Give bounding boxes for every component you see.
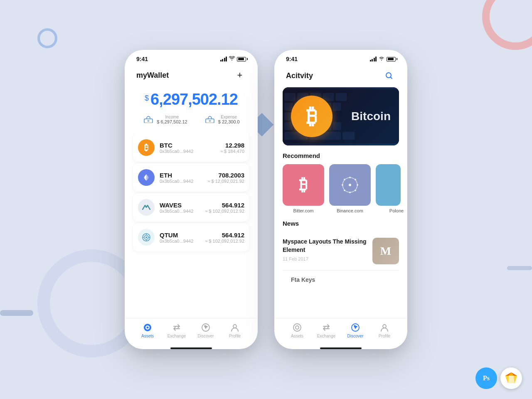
activity-battery-icon	[387, 57, 396, 62]
exchange-label: Exchange	[167, 334, 186, 338]
bg-rect-2	[507, 266, 532, 270]
sketch-icon	[500, 367, 522, 389]
wallet-status-icons	[220, 56, 246, 62]
waves-usd: ≈ $ 102,092,012.92	[205, 209, 244, 214]
nav-exchange-activity[interactable]: Exchange	[316, 323, 337, 338]
bitcoin-label: Bitcoin	[351, 110, 391, 123]
exchange-icon-activity	[321, 323, 331, 332]
wallet-title: myWallet	[136, 71, 169, 80]
expense-item: Expense $ 22,300.0	[204, 113, 240, 125]
home-indicator	[170, 347, 212, 349]
svg-point-67	[349, 184, 351, 186]
crypto-item-qtum[interactable]: QTUM 0x3b5ca0...9442 564.912 ≈ $ 102,092…	[133, 223, 249, 251]
news-item-1[interactable]: Myspace Layouts The Missing Element 11 F…	[283, 232, 399, 271]
recommend-card-binance[interactable]: Binance.com	[329, 164, 371, 213]
btc-name: BTC	[160, 142, 215, 149]
profile-label: Profile	[229, 334, 241, 338]
profile-label-activity: Profile	[379, 334, 390, 338]
activity-time: 9:41	[286, 56, 298, 62]
bg-circle-blue	[37, 28, 57, 48]
eth-usd: ≈ $ 12,092,021.92	[207, 179, 244, 184]
btc-addr: 0x3b5ca0...9442	[160, 149, 215, 154]
assets-label: Assets	[141, 334, 154, 338]
activity-status-icons	[370, 56, 396, 62]
profile-icon	[230, 323, 240, 332]
svg-line-19	[391, 77, 392, 79]
income-expense: Income $ 6,297,502.12	[136, 113, 246, 125]
waves-icon	[138, 199, 155, 216]
recommend-scroll: ₿ Bitter.com	[274, 164, 407, 220]
income-icon	[143, 113, 154, 125]
crypto-item-waves[interactable]: WAVES 0x3b5ca0...9442 564.912 ≈ $ 102,09…	[133, 193, 249, 222]
wallet-content: myWallet + $ 6,297,502.12	[125, 66, 258, 349]
profile-icon-activity	[379, 323, 389, 332]
add-button[interactable]: +	[234, 69, 246, 81]
qtum-addr: 0x3b5ca0...9442	[160, 239, 200, 244]
nav-exchange[interactable]: Exchange	[166, 323, 187, 338]
recommend-card-bitter[interactable]: ₿ Bitter.com	[283, 164, 324, 213]
binance-card-image	[329, 164, 371, 206]
waves-addr: 0x3b5ca0...9442	[160, 209, 200, 214]
nav-assets[interactable]: Assets	[137, 323, 158, 338]
news-title: News	[274, 220, 407, 232]
poloniex-label: Polone	[376, 208, 407, 213]
svg-rect-45	[343, 132, 355, 140]
activity-scroll: ₿ Bitcoin Recommend ₿ Bitter.com	[274, 87, 407, 318]
eth-icon	[138, 169, 155, 186]
activity-wifi-icon	[379, 56, 384, 62]
partial-title: Fta Keys	[291, 276, 315, 283]
waves-name: WAVES	[160, 202, 200, 209]
svg-point-17	[233, 325, 236, 328]
wallet-time: 9:41	[136, 56, 148, 62]
income-item: Income $ 6,297,502.12	[143, 113, 187, 125]
nav-discover[interactable]: Discover	[195, 323, 216, 338]
signal-icon	[220, 57, 227, 62]
crypto-item-btc[interactable]: ₿ BTC 0x3b5ca0...9442 12.298 ≈ $ 184,470	[133, 133, 249, 162]
bitcoin-banner[interactable]: ₿ Bitcoin	[283, 87, 399, 145]
crypto-list: ₿ BTC 0x3b5ca0...9442 12.298 ≈ $ 184,470	[125, 133, 258, 318]
nav-discover-activity[interactable]: Discover	[345, 323, 366, 338]
activity-bottom-nav: Assets Exchange	[274, 318, 407, 345]
balance-section: $ 6,297,502.12 Income	[125, 86, 258, 133]
news-date-1: 11 Feb 2017	[283, 256, 367, 261]
news-title-1: Myspace Layouts The Missing Element	[283, 238, 367, 254]
nav-profile-activity[interactable]: Profile	[374, 323, 395, 338]
nav-assets-activity[interactable]: Assets	[287, 323, 308, 338]
activity-header: Acitvity	[274, 66, 407, 87]
home-indicator-activity	[320, 347, 362, 349]
svg-marker-78	[508, 376, 515, 383]
recommend-card-poloniex[interactable]: Polone	[376, 164, 407, 213]
search-button[interactable]	[382, 69, 396, 82]
discover-icon-activity	[350, 323, 360, 332]
btc-icon: ₿	[138, 139, 155, 156]
bg-rect-1	[0, 310, 33, 316]
news-section: Myspace Layouts The Missing Element 11 F…	[274, 232, 407, 289]
btc-usd: ≈ $ 184,470	[220, 149, 244, 154]
bitcoin-banner-image: ₿ Bitcoin	[283, 87, 399, 145]
bitter-label: Bitter.com	[283, 208, 324, 213]
assets-icon-activity	[292, 323, 302, 332]
nav-profile[interactable]: Profile	[224, 323, 245, 338]
recommend-title: Recommend	[274, 152, 407, 164]
svg-rect-25	[336, 93, 347, 101]
wallet-bottom-nav: Assets Exchange	[125, 318, 258, 345]
photoshop-icon: Ps	[475, 367, 497, 389]
qtum-usd: ≈ $ 102,092,012.92	[205, 239, 244, 244]
poloniex-card-image	[376, 164, 401, 206]
wallet-phone: 9:41	[125, 50, 258, 349]
svg-text:₿: ₿	[299, 175, 308, 194]
partial-news-item[interactable]: Fta Keys	[283, 271, 399, 289]
qtum-amount: 564.912	[205, 232, 244, 239]
income-label: Income	[157, 115, 187, 119]
svg-rect-26	[285, 103, 293, 111]
crypto-item-eth[interactable]: ETH 0x3b5ca0...9442 708.2003 ≈ $ 12,092,…	[133, 163, 249, 192]
activity-phone: 9:41	[274, 50, 407, 349]
eth-addr: 0x3b5ca0...9442	[160, 179, 202, 184]
btc-amount: 12.298	[220, 142, 244, 149]
svg-point-15	[147, 327, 149, 329]
balance-amount: 6,297,502.12	[150, 91, 238, 108]
expense-value: $ 22,300.0	[218, 119, 240, 124]
income-value: $ 6,297,502.12	[157, 119, 187, 124]
battery-icon	[237, 57, 246, 62]
svg-point-69	[296, 326, 299, 329]
